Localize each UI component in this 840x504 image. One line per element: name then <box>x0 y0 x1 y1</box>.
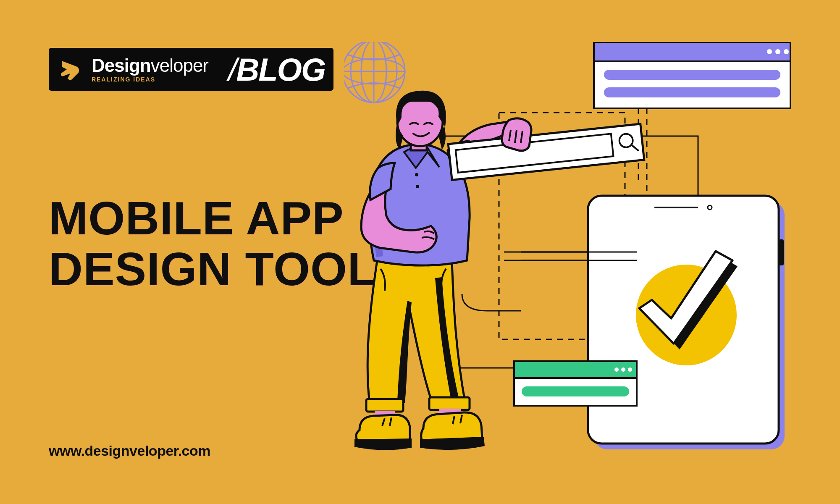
svg-point-9 <box>784 49 789 54</box>
globe-icon <box>344 42 405 102</box>
svg-rect-10 <box>594 61 790 108</box>
svg-point-27 <box>621 368 625 372</box>
brand-logo-badge: Designveloper REALIZING IDEAS /BLOG <box>49 48 333 91</box>
svg-rect-31 <box>366 399 403 412</box>
brand-name-bold: Design <box>92 55 151 76</box>
brand-name-light: veloper <box>151 55 208 76</box>
person-right-hand <box>502 118 531 151</box>
browser-window-green <box>514 361 637 406</box>
brand-section-label: /BLOG <box>228 51 325 88</box>
svg-point-8 <box>775 49 780 54</box>
brand-logo-icon <box>55 54 86 85</box>
brand-tagline: REALIZING IDEAS <box>92 76 208 82</box>
tablet-device <box>521 196 785 449</box>
svg-point-39 <box>415 173 418 176</box>
svg-rect-32 <box>429 397 470 410</box>
svg-point-26 <box>614 368 619 372</box>
svg-point-0 <box>344 42 405 102</box>
site-url: www.designveloper.com <box>49 443 210 459</box>
svg-rect-30 <box>522 386 629 396</box>
brand-logo-text: Designveloper REALIZING IDEAS <box>92 56 208 82</box>
svg-rect-11 <box>604 70 780 80</box>
brand-name: Designveloper <box>92 56 208 75</box>
svg-point-40 <box>416 185 419 188</box>
hero-illustration <box>344 42 798 466</box>
svg-point-7 <box>767 49 772 54</box>
svg-rect-6 <box>594 42 790 61</box>
svg-point-28 <box>628 368 632 372</box>
svg-rect-12 <box>604 87 780 97</box>
svg-rect-21 <box>779 239 784 265</box>
browser-window-purple <box>594 42 790 108</box>
